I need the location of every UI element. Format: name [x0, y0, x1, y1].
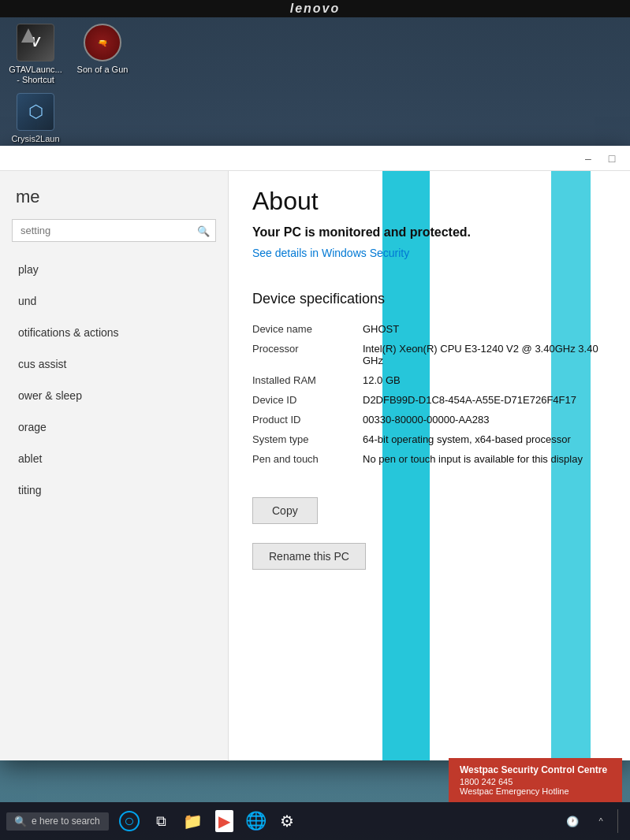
settings-window: – □ me 🔍 play und otifications & actions… — [0, 146, 630, 760]
desktop-icon-son[interactable]: 🔫 Son of a Gun — [75, 24, 130, 75]
search-input[interactable] — [12, 219, 216, 242]
search-icon: 🔍 — [197, 225, 210, 236]
spec-value-product-id: 00330-80000-00000-AA283 — [363, 414, 606, 426]
sidebar-item-notifications[interactable]: otifications & actions — [0, 317, 228, 348]
spec-row-product-id: Product ID 00330-80000-00000-AA283 — [252, 410, 606, 429]
cortana-icon[interactable]: ○ — [115, 807, 144, 835]
desktop-icons-area: V GTAVLaunc... - Shortcut 🔫 Son of a Gun… — [8, 24, 130, 145]
copy-button[interactable]: Copy — [252, 497, 318, 524]
son-icon-label: Son of a Gun — [77, 65, 129, 75]
notification-title: Westpac Security Control Centre — [460, 764, 611, 775]
settings-icon[interactable]: ⚙ — [273, 807, 301, 835]
spec-row-processor: Processor Intel(R) Xeon(R) CPU E3-1240 V… — [252, 339, 606, 370]
spec-label-product-id: Product ID — [252, 414, 363, 426]
device-specs-title: Device specifications — [252, 291, 606, 307]
rename-pc-button[interactable]: Rename this PC — [252, 543, 366, 570]
spec-row-ram: Installed RAM 12.0 GB — [252, 370, 606, 390]
desktop-icon-row-1: V GTAVLaunc... - Shortcut 🔫 Son of a Gun — [8, 24, 130, 85]
spec-row-device-id: Device ID D2DFB99D-D1C8-454A-A55E-D71E72… — [252, 390, 606, 410]
lenovo-bar: lenovo — [0, 0, 630, 17]
desktop-icon-crysis[interactable]: ⬡ Crysis2Laun — [8, 93, 63, 144]
crysis-icon: ⬡ — [17, 93, 54, 131]
spec-label-system-type: System type — [252, 433, 363, 445]
spec-row-pen-touch: Pen and touch No pen or touch input is a… — [252, 449, 606, 469]
spec-value-ram: 12.0 GB — [363, 374, 606, 386]
desktop: lenovo V GTAVLaunc... - Shortcut 🔫 Son o… — [0, 0, 630, 840]
spec-row-system-type: System type 64-bit operating system, x64… — [252, 429, 606, 449]
media-player-icon[interactable]: ▶ — [210, 807, 238, 835]
spec-table: Device name GHOST Processor Intel(R) Xeo… — [252, 319, 606, 469]
gtav-icon: V — [17, 24, 54, 61]
spec-value-processor: Intel(R) Xeon(R) CPU E3-1240 V2 @ 3.40GH… — [363, 343, 606, 366]
rename-button-container: Rename this PC — [252, 533, 606, 570]
spec-label-device-id: Device ID — [252, 394, 363, 406]
minimize-button[interactable]: – — [576, 147, 600, 170]
sidebar-item-other[interactable]: titing — [0, 474, 228, 506]
son-icon: 🔫 — [84, 24, 121, 61]
spec-label-device-name: Device name — [252, 323, 363, 335]
sidebar-item-power[interactable]: ower & sleep — [0, 380, 228, 411]
taskbar-right-area: 🕐 ^ — [561, 809, 624, 833]
main-content: About Your PC is monitored and protected… — [229, 171, 630, 760]
chrome-icon[interactable]: 🌐 — [241, 807, 270, 835]
taskbar-search-text: e here to search — [32, 816, 100, 827]
spec-value-pen-touch: No pen or touch input is available for t… — [363, 453, 606, 465]
lenovo-logo: lenovo — [290, 2, 341, 16]
spec-value-device-id: D2DFB99D-D1C8-454A-A55E-D71E726F4F17 — [363, 394, 606, 406]
sidebar-item-und[interactable]: und — [0, 285, 228, 317]
notification-banner: Westpac Security Control Centre 1800 242… — [449, 758, 622, 802]
taskbar: 🔍 e here to search ○ ⧉ 📁 ▶ 🌐 ⚙ — [0, 802, 630, 840]
sidebar-title: me — [0, 179, 228, 219]
search-box[interactable]: 🔍 — [12, 219, 216, 242]
crysis-icon-label: Crysis2Laun — [11, 134, 59, 144]
spec-value-system-type: 64-bit operating system, x64-based proce… — [363, 433, 606, 445]
sidebar-item-tablet[interactable]: ablet — [0, 443, 228, 474]
desktop-icon-gtav[interactable]: V GTAVLaunc... - Shortcut — [8, 24, 63, 85]
notification-subtitle: Westpac Emergency Hotline — [460, 786, 611, 796]
windows-security-link[interactable]: See details in Windows Security — [252, 247, 409, 259]
show-desktop-button[interactable] — [617, 809, 624, 833]
spec-label-processor: Processor — [252, 343, 363, 366]
about-title: About — [252, 187, 606, 216]
maximize-button[interactable]: □ — [600, 147, 624, 170]
gtav-icon-label: GTAVLaunc... - Shortcut — [8, 65, 63, 85]
task-view-icon[interactable]: ⧉ — [147, 807, 175, 835]
protection-text: Your PC is monitored and protected. — [252, 225, 606, 240]
taskbar-clock-icon: 🕐 — [561, 809, 584, 833]
notification-phone: 1800 242 645 — [460, 777, 611, 786]
taskbar-search-icon: 🔍 — [14, 816, 27, 827]
window-body: me 🔍 play und otifications & actions cus… — [0, 171, 630, 760]
spec-label-ram: Installed RAM — [252, 374, 363, 386]
spec-value-device-name: GHOST — [363, 323, 606, 335]
sidebar-item-storage[interactable]: orage — [0, 411, 228, 443]
spec-row-device-name: Device name GHOST — [252, 319, 606, 339]
about-content: About Your PC is monitored and protected… — [252, 187, 606, 570]
sidebar-item-play[interactable]: play — [0, 254, 228, 285]
taskbar-search[interactable]: 🔍 e here to search — [6, 812, 109, 831]
action-buttons: Copy — [252, 483, 606, 524]
desktop-icon-row-2: ⬡ Crysis2Laun — [8, 93, 130, 144]
settings-sidebar: me 🔍 play und otifications & actions cus… — [0, 171, 229, 760]
taskbar-icons: ○ ⧉ 📁 ▶ 🌐 ⚙ — [115, 807, 301, 835]
taskbar-chevron-icon[interactable]: ^ — [589, 809, 613, 833]
window-titlebar: – □ — [0, 146, 630, 171]
spec-label-pen-touch: Pen and touch — [252, 453, 363, 465]
sidebar-item-focus[interactable]: cus assist — [0, 348, 228, 380]
file-explorer-icon[interactable]: 📁 — [178, 807, 207, 835]
